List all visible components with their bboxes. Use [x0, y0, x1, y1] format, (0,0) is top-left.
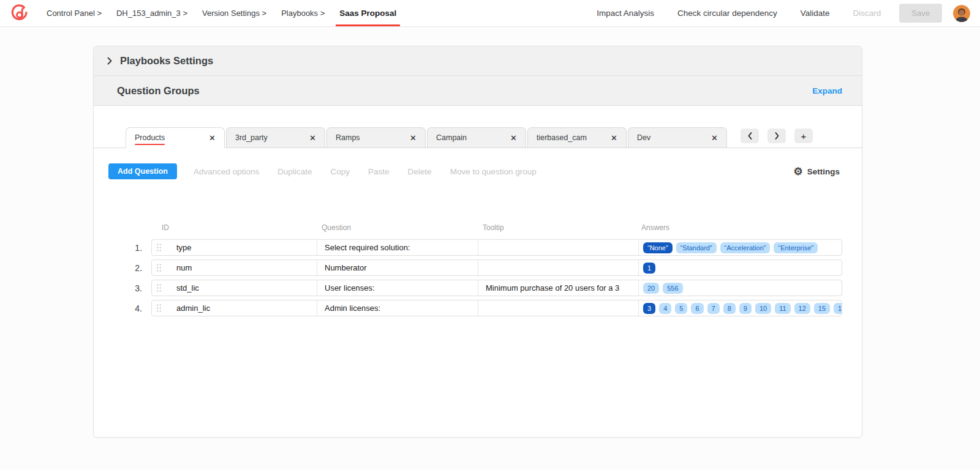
- answer-chip[interactable]: 11: [775, 303, 790, 314]
- question-id: type: [176, 243, 192, 252]
- breadcrumb-item[interactable]: Version Settings >: [202, 0, 266, 26]
- playbooks-settings-title: Playbooks Settings: [120, 55, 213, 67]
- id-cell: num: [152, 260, 317, 275]
- answer-chip[interactable]: 6: [691, 303, 703, 314]
- chevron-right-icon: [107, 57, 112, 65]
- toolbar-item-disabled: Paste: [368, 167, 390, 176]
- answer-chip[interactable]: 3: [643, 303, 655, 314]
- tab-close-icon[interactable]: ✕: [208, 133, 217, 143]
- tab-navigation: +: [741, 129, 813, 143]
- answers-cell: 1: [638, 260, 842, 275]
- tab-close-icon[interactable]: ✕: [308, 133, 317, 143]
- toolbar-item-disabled: Copy: [331, 167, 350, 176]
- chevron-right-icon: [775, 132, 779, 140]
- column-header: Question: [317, 223, 478, 232]
- answer-chip[interactable]: 4: [659, 303, 671, 314]
- answers-cell: 34567891011121518...: [638, 300, 842, 316]
- drag-handle[interactable]: [156, 243, 162, 252]
- drag-handle[interactable]: [156, 304, 162, 313]
- answer-chip[interactable]: 556: [663, 283, 682, 294]
- table-row: 2.numNumberator1: [123, 259, 862, 276]
- table-row: 4.admin_licAdmin licenses:34567891011121…: [123, 300, 862, 316]
- tab-label: Ramps: [336, 133, 360, 142]
- table-row: 1.typeSelect required solution:“None”“St…: [123, 239, 862, 256]
- question-group-tab[interactable]: tierbased_cam✕: [527, 127, 627, 147]
- question-text: Admin licenses:: [325, 304, 380, 313]
- topbar-action[interactable]: Impact Analysis: [597, 9, 654, 18]
- avatar[interactable]: [953, 5, 970, 22]
- answer-chip[interactable]: 10: [755, 303, 771, 314]
- toolbar-item-disabled: Move to question group: [450, 167, 537, 176]
- question-group-tab[interactable]: Campain✕: [427, 127, 526, 147]
- question-group-tabstrip: Products✕3rd_party✕Ramps✕Campain✕tierbas…: [94, 127, 862, 148]
- question-group-tab[interactable]: Ramps✕: [326, 127, 426, 147]
- tab-close-icon[interactable]: ✕: [710, 133, 719, 143]
- tooltip-cell: Minimum purchase of 20 users for a 3: [478, 280, 638, 296]
- answer-chip[interactable]: 1: [643, 263, 655, 274]
- topbar-actions: Impact AnalysisCheck circular dependency…: [597, 0, 970, 26]
- toolbar-item-disabled: Duplicate: [277, 167, 312, 176]
- question-row[interactable]: admin_licAdmin licenses:3456789101112151…: [151, 300, 842, 316]
- tooltip-cell: [478, 300, 638, 316]
- answer-chip[interactable]: “Acceleration”: [720, 242, 771, 253]
- row-number: 4.: [123, 304, 151, 313]
- tooltip-text: Minimum purchase of 20 users for a 3: [486, 283, 619, 293]
- topbar-action[interactable]: Validate: [801, 9, 830, 18]
- tooltip-cell: [478, 260, 638, 275]
- answer-chip[interactable]: 9: [739, 303, 752, 314]
- answer-chip[interactable]: 12: [794, 303, 810, 314]
- question-row[interactable]: numNumberator1: [151, 259, 842, 276]
- tabs-scroll-left-button[interactable]: [741, 129, 759, 143]
- add-tab-button[interactable]: +: [794, 129, 813, 143]
- answer-chip[interactable]: 20: [643, 283, 659, 294]
- answer-chip[interactable]: 15: [814, 303, 830, 314]
- questions-table: IDQuestionTooltipAnswers 1.typeSelect re…: [94, 223, 862, 316]
- drag-handle-icon: [156, 304, 162, 313]
- tabs-scroll-right-button[interactable]: [767, 129, 786, 143]
- breadcrumb-item[interactable]: Control Panel >: [47, 0, 102, 26]
- tab-close-icon[interactable]: ✕: [409, 133, 418, 143]
- app-logo[interactable]: [10, 0, 31, 26]
- tooltip-cell: [478, 240, 638, 255]
- answers-cell: “None”“Standard”“Acceleration”“Enterpris…: [638, 240, 842, 255]
- save-button[interactable]: Save: [899, 4, 942, 23]
- answer-chip[interactable]: 7: [707, 303, 720, 314]
- answer-chip[interactable]: 5: [675, 303, 687, 314]
- question-group-tab[interactable]: Dev✕: [628, 127, 727, 147]
- id-cell: admin_lic: [152, 300, 317, 316]
- toolbar-item-disabled: Advanced options: [194, 167, 259, 176]
- add-question-button[interactable]: Add Question: [108, 163, 177, 179]
- settings-button[interactable]: ⚙ Settings: [793, 166, 840, 177]
- expand-link[interactable]: Expand: [812, 86, 842, 95]
- settings-label: Settings: [807, 167, 840, 176]
- chevron-left-icon: [748, 132, 752, 140]
- tab-close-icon[interactable]: ✕: [609, 133, 619, 143]
- drag-handle[interactable]: [156, 263, 162, 272]
- question-groups-title: Question Groups: [117, 85, 200, 97]
- answer-chip[interactable]: 18: [834, 303, 842, 314]
- topbar-action[interactable]: Check circular dependency: [677, 9, 777, 18]
- drag-handle[interactable]: [156, 283, 162, 293]
- question-group-tab[interactable]: Products✕: [126, 127, 225, 148]
- question-text: Numberator: [325, 263, 367, 272]
- answer-chip[interactable]: “Enterprise”: [774, 242, 817, 253]
- tab-close-icon[interactable]: ✕: [509, 133, 518, 143]
- question-row[interactable]: std_licUser licenses:Minimum purchase of…: [151, 280, 842, 296]
- breadcrumb-item[interactable]: Saas Proposal: [339, 0, 396, 26]
- question-toolbar: Add Question Advanced optionsDuplicateCo…: [94, 163, 862, 179]
- table-row: 3.std_licUser licenses:Minimum purchase …: [123, 280, 862, 296]
- breadcrumb-item[interactable]: DH_153_admin_3 >: [116, 0, 187, 26]
- answer-chip[interactable]: 8: [723, 303, 736, 314]
- question-groups-header: Question Groups Expand: [94, 76, 862, 106]
- question-row[interactable]: typeSelect required solution:“None”“Stan…: [151, 239, 842, 256]
- question-group-tab[interactable]: 3rd_party✕: [226, 127, 325, 147]
- question-id: admin_lic: [176, 304, 210, 313]
- tab-label: Products: [135, 133, 165, 142]
- brand-logo-icon: [10, 3, 29, 24]
- answer-chip[interactable]: “Standard”: [676, 242, 717, 253]
- question-text: User licenses:: [325, 283, 375, 293]
- topbar-action: Discard: [853, 9, 881, 18]
- answer-chip[interactable]: “None”: [643, 242, 673, 253]
- playbooks-settings-header[interactable]: Playbooks Settings: [94, 47, 862, 76]
- breadcrumb-item[interactable]: Playbooks >: [281, 0, 325, 26]
